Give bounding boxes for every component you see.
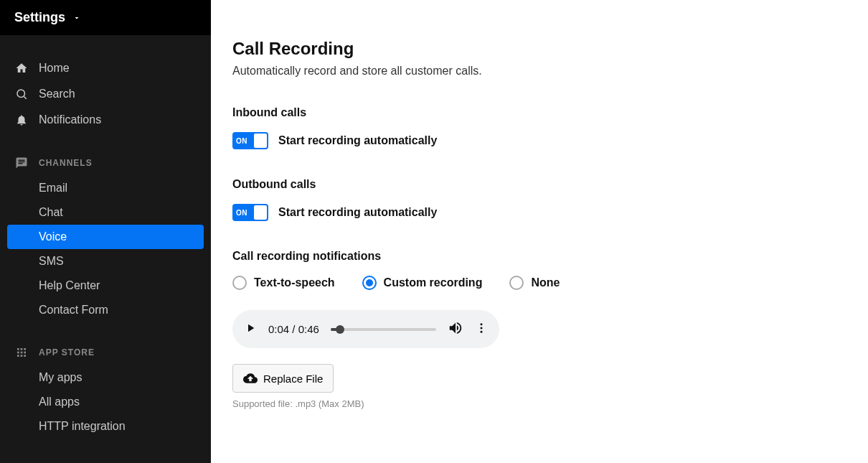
radio-circle [362, 276, 377, 290]
more-vertical-icon [475, 322, 488, 335]
svg-point-13 [481, 331, 483, 333]
play-icon [244, 322, 257, 335]
outbound-section: Outbound calls ON Start recording automa… [232, 178, 868, 221]
sidebar-item-voice[interactable]: Voice [7, 225, 204, 249]
svg-rect-3 [21, 348, 23, 350]
sidebar-item-email[interactable]: Email [0, 176, 211, 200]
sidebar-item-label: Search [39, 88, 75, 100]
sidebar-title: Settings [14, 10, 65, 25]
svg-rect-10 [24, 355, 26, 357]
svg-point-0 [17, 90, 25, 98]
inbound-section: Inbound calls ON Start recording automat… [232, 106, 868, 149]
radio-label: Text-to-speech [254, 276, 335, 289]
svg-point-11 [481, 323, 483, 325]
volume-button[interactable] [448, 320, 463, 338]
home-icon [14, 61, 29, 75]
outbound-toggle-text: Start recording automatically [278, 206, 437, 219]
radio-custom-recording[interactable]: Custom recording [362, 276, 483, 290]
section-header-label: APP STORE [39, 347, 95, 357]
supported-file-text: Supported file: .mp3 (Max 2MB) [232, 398, 868, 409]
sidebar-item-label: HTTP integration [39, 420, 126, 433]
audio-player: 0:04 / 0:46 [232, 310, 499, 348]
sidebar-body: Home Search Notifications CHANNELS [0, 35, 211, 439]
sidebar-item-label: Help Center [39, 279, 100, 292]
volume-icon [448, 320, 463, 336]
play-button[interactable] [244, 322, 257, 337]
sidebar-item-contact-form[interactable]: Contact Form [0, 298, 211, 322]
sidebar-item-label: Chat [39, 206, 63, 219]
sidebar-item-label: SMS [39, 255, 64, 268]
sidebar-item-sms[interactable]: SMS [0, 249, 211, 273]
audio-seek-bar[interactable] [331, 328, 436, 331]
sidebar-item-label: All apps [39, 396, 80, 408]
svg-rect-5 [17, 352, 19, 354]
sidebar-item-label: My apps [39, 371, 82, 384]
sidebar: Settings Home Search Notifications [0, 0, 211, 463]
settings-dropdown[interactable]: Settings [0, 0, 211, 35]
radio-label: None [531, 276, 560, 289]
sidebar-item-all-apps[interactable]: All apps [0, 390, 211, 414]
sidebar-section-channels: CHANNELS [0, 150, 211, 176]
toggle-knob [254, 205, 267, 220]
svg-rect-7 [24, 352, 26, 354]
toggle-on-label: ON [236, 137, 247, 145]
audio-more-button[interactable] [475, 322, 488, 337]
sidebar-item-label: Email [39, 182, 67, 195]
radio-none[interactable]: None [509, 276, 560, 290]
section-header-label: CHANNELS [39, 158, 93, 168]
notifications-section: Call recording notifications Text-to-spe… [232, 250, 868, 409]
annotation-arrow [211, 238, 218, 289]
bell-icon [14, 113, 29, 127]
upload-cloud-icon [243, 371, 258, 385]
svg-rect-6 [21, 352, 23, 354]
svg-line-1 [24, 96, 26, 98]
svg-rect-8 [17, 355, 19, 357]
radio-circle [232, 276, 247, 290]
svg-rect-4 [24, 348, 26, 350]
outbound-toggle[interactable]: ON [232, 204, 268, 221]
inbound-toggle-text: Start recording automatically [278, 134, 437, 147]
toggle-knob [254, 134, 267, 148]
audio-time: 0:04 / 0:46 [268, 323, 319, 335]
sidebar-item-label: Notifications [39, 113, 101, 126]
sidebar-item-search[interactable]: Search [0, 81, 211, 107]
sidebar-item-home[interactable]: Home [0, 55, 211, 81]
grid-icon [14, 345, 29, 360]
sidebar-item-label: Home [39, 62, 70, 75]
sidebar-item-help-center[interactable]: Help Center [0, 273, 211, 298]
sidebar-item-label: Contact Form [39, 304, 108, 317]
svg-rect-9 [21, 355, 23, 357]
inbound-label: Inbound calls [232, 106, 868, 119]
toggle-on-label: ON [236, 209, 247, 217]
radio-text-to-speech[interactable]: Text-to-speech [232, 276, 335, 290]
notifications-label: Call recording notifications [232, 250, 868, 263]
caret-down-icon [72, 14, 81, 22]
page-title: Call Recording [232, 39, 868, 59]
notification-radio-group: Text-to-speech Custom recording None [232, 276, 868, 290]
sidebar-item-label: Voice [39, 230, 67, 243]
search-icon [14, 87, 29, 101]
svg-point-12 [481, 327, 483, 329]
chat-icon [14, 156, 29, 170]
page-subtitle: Automatically record and store all custo… [232, 65, 868, 78]
inbound-toggle[interactable]: ON [232, 132, 268, 149]
svg-rect-2 [17, 348, 19, 350]
replace-file-label: Replace File [263, 373, 323, 385]
sidebar-item-http-integration[interactable]: HTTP integration [0, 414, 211, 439]
audio-thumb [336, 325, 344, 334]
outbound-label: Outbound calls [232, 178, 868, 191]
sidebar-item-my-apps[interactable]: My apps [0, 365, 211, 390]
radio-circle [509, 276, 524, 290]
sidebar-section-app-store: APP STORE [0, 340, 211, 365]
replace-file-button[interactable]: Replace File [232, 364, 334, 393]
sidebar-item-chat[interactable]: Chat [0, 200, 211, 225]
main-content: Call Recording Automatically record and … [211, 0, 868, 463]
radio-label: Custom recording [384, 276, 483, 289]
sidebar-item-notifications[interactable]: Notifications [0, 107, 211, 133]
